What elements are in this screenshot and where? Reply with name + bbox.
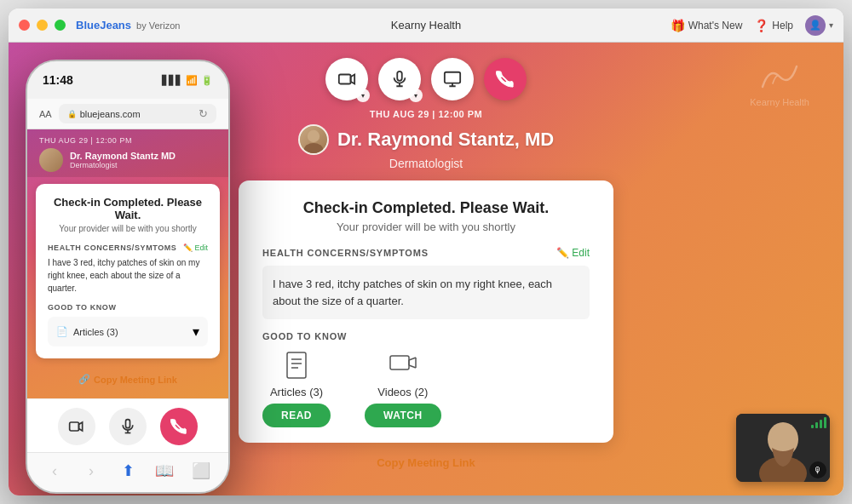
phone-mockup: 11:48 ▋▋▋ 📶 🔋 AA 🔒 bluejeans.com ↻ <box>26 60 230 494</box>
svg-rect-8 <box>287 352 306 378</box>
wifi-icon: 📶 <box>186 75 198 86</box>
health-section-header: HEALTH CONCERNS/SYMPTOMS ✏️ Edit <box>262 247 590 259</box>
self-view: 🎙 <box>736 414 830 482</box>
symptoms-text: I have 3 red, itchy patches of skin on m… <box>262 266 590 319</box>
phone-copy-link[interactable]: 🔗 Copy Meeting Link <box>27 365 228 393</box>
window-title: Kearny Health <box>391 19 461 32</box>
read-button[interactable]: READ <box>262 404 331 427</box>
videos-icon <box>388 350 418 381</box>
mic-caret-button[interactable]: ▾ <box>409 89 423 102</box>
phone-status-icons: ▋▋▋ 📶 🔋 <box>162 75 213 86</box>
phone-health-label: HEALTH CONCERNS/SYMTOMS <box>48 243 176 252</box>
fullscreen-button[interactable] <box>55 20 66 31</box>
svg-rect-21 <box>70 422 79 431</box>
lock-icon: 🔒 <box>67 110 77 118</box>
phone-bookmarks-button[interactable]: 📖 <box>151 461 178 480</box>
phone-checkin-sub: Your provider will be with you shortly <box>48 224 208 233</box>
phone-articles-label: Articles (3) <box>73 327 118 337</box>
svg-rect-0 <box>339 75 351 84</box>
articles-label: Articles (3) <box>270 386 323 398</box>
phone-edit-button[interactable]: ✏️ Edit <box>183 243 208 252</box>
mic-toggle-button[interactable]: ▾ <box>378 58 421 100</box>
close-button[interactable] <box>19 20 30 31</box>
signal-bar-4 <box>824 417 826 428</box>
reload-icon[interactable]: ↻ <box>199 107 208 120</box>
signal-icon: ▋▋▋ <box>162 75 182 86</box>
checkin-subtitle: Your provider will be with you shortly <box>262 220 590 233</box>
video-controls: ▾ ▾ <box>325 58 527 100</box>
svg-line-14 <box>409 365 416 368</box>
font-size-button[interactable]: AA <box>39 109 52 119</box>
doctor-name: Dr. Raymond Stantz, MD <box>337 129 554 151</box>
pencil-icon: ✏️ <box>556 247 569 259</box>
help-label: Help <box>772 20 793 32</box>
phone-nav-bar: ‹ › ⬆ 📖 ⬜ <box>27 452 228 492</box>
phone-time: 11:48 <box>43 73 73 87</box>
gtk-items: Articles (3) READ <box>262 350 590 427</box>
checkin-title: Check-in Completed. Please Wait. <box>262 199 590 217</box>
phone-end-call-button[interactable] <box>160 408 198 445</box>
phone-checkin-title: Check-in Completed. Please Wait. <box>48 196 208 221</box>
screen-share-button[interactable] <box>431 58 474 100</box>
phone-link-icon: 🔗 <box>78 374 90 385</box>
video-toggle-button[interactable]: ▾ <box>325 58 368 100</box>
svg-line-13 <box>409 358 416 360</box>
phone-tabs-button[interactable]: ⬜ <box>187 461 215 480</box>
phone-browser-bar: AA 🔒 bluejeans.com ↻ <box>27 99 228 129</box>
title-right-actions: 🎁 What's New ❓ Help 👤 ▾ <box>671 15 833 36</box>
whats-new-button[interactable]: 🎁 What's New <box>671 19 743 32</box>
doctor-name-row: Dr. Raymond Stantz, MD <box>298 124 554 155</box>
video-caret-button[interactable]: ▾ <box>356 89 370 102</box>
watch-button[interactable]: WATCH <box>365 404 441 427</box>
phone-chevron-icon: ▾ <box>193 324 199 340</box>
phone-articles-icon: 📄 <box>56 326 68 337</box>
battery-icon: 🔋 <box>201 75 213 86</box>
phone-forward-button[interactable]: › <box>78 462 105 480</box>
edit-symptoms-button[interactable]: ✏️ Edit <box>556 247 590 259</box>
phone-video-button[interactable] <box>58 408 95 445</box>
end-call-button[interactable] <box>484 58 527 100</box>
help-icon: ❓ <box>754 19 769 32</box>
gift-icon: 🎁 <box>671 19 685 32</box>
svg-point-6 <box>308 130 320 142</box>
title-bar: BlueJeans by Verizon Kearny Health 🎁 Wha… <box>9 9 843 43</box>
copy-meeting-link-button[interactable]: Copy Meeting Link <box>377 456 475 469</box>
traffic-lights <box>19 20 66 31</box>
edit-label: Edit <box>572 247 590 259</box>
phone-mic-button[interactable] <box>109 408 147 445</box>
signal-bar-3 <box>820 420 822 428</box>
phone-gtk-label: GOOD TO KNOW <box>48 303 208 312</box>
copy-link-bar: Copy Meeting Link <box>377 455 475 470</box>
signal-bars <box>811 417 826 428</box>
user-menu[interactable]: 👤 ▾ <box>805 15 833 36</box>
phone-checkin-card: Check-in Completed. Please Wait. Your pr… <box>36 184 220 358</box>
app-brand: BlueJeans by Verizon <box>76 19 180 32</box>
phone-share-button[interactable]: ⬆ <box>114 461 141 480</box>
phone-pencil-icon: ✏️ <box>183 243 193 252</box>
doctor-avatar <box>298 124 329 155</box>
watermark: Kearny Health <box>750 60 809 107</box>
brand-sub: by Verizon <box>136 20 180 31</box>
phone-url-bar[interactable]: 🔒 bluejeans.com ↻ <box>59 104 216 123</box>
watermark-text: Kearny Health <box>750 97 809 107</box>
articles-item: Articles (3) READ <box>262 350 331 427</box>
phone-symptoms-text: I have 3 red, itchy patches of skin on m… <box>48 256 208 295</box>
help-button[interactable]: ❓ Help <box>754 19 793 32</box>
health-section-label: HEALTH CONCERNS/SYMPTOMS <box>262 248 429 258</box>
phone-articles-row: 📄 Articles (3) ▾ <box>48 317 208 346</box>
phone-back-button[interactable]: ‹ <box>41 462 68 480</box>
phone-bottom-controls <box>27 398 228 452</box>
phone-appt-header: THU AUG 29 | 12:00 PM Dr. Raymond Stantz… <box>27 129 228 177</box>
phone-main-content: THU AUG 29 | 12:00 PM Dr. Raymond Stantz… <box>27 129 228 398</box>
videos-item: Videos (2) WATCH <box>365 350 441 427</box>
svg-rect-1 <box>397 72 402 81</box>
phone-url-text: bluejeans.com <box>80 109 141 119</box>
doctor-info: THU AUG 29 | 12:00 PM Dr. Raymond Stantz… <box>298 109 554 170</box>
svg-point-20 <box>771 424 795 451</box>
minimize-button[interactable] <box>37 20 48 31</box>
self-view-mic-icon: 🎙 <box>809 461 826 478</box>
good-to-know-label: GOOD TO KNOW <box>262 331 590 341</box>
mac-window: BlueJeans by Verizon Kearny Health 🎁 Wha… <box>9 9 843 495</box>
checkin-card: Check-in Completed. Please Wait. Your pr… <box>239 180 613 443</box>
svg-rect-22 <box>126 420 130 428</box>
